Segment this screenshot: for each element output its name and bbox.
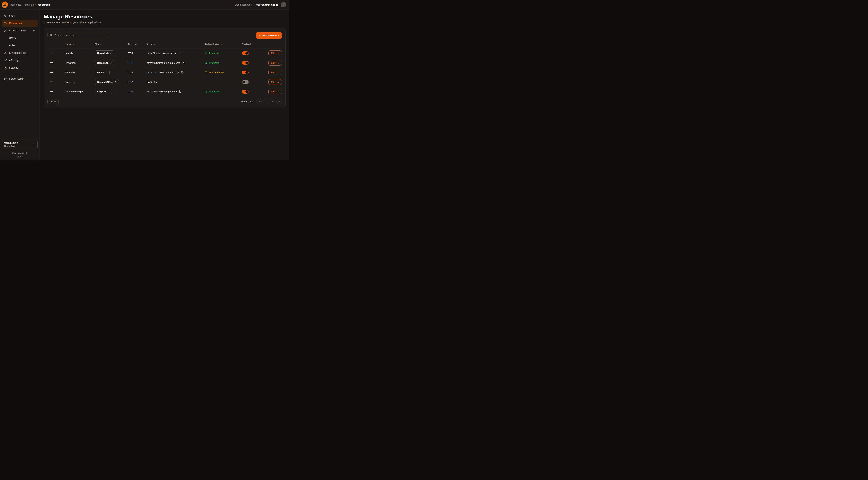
column-header-authentication[interactable]: Authentication ↑↓	[205, 43, 242, 46]
users-icon	[4, 29, 7, 32]
sidebar-item-resources[interactable]: Resources	[2, 20, 38, 27]
breadcrumb-separator: ›	[23, 3, 23, 6]
sidebar-footer: Organization Home Lab Open Source v1.3.0	[2, 140, 38, 158]
resource-name: Battery Manager	[65, 90, 95, 93]
row-menu-button[interactable]: ⋯	[50, 80, 53, 84]
previous-page-button[interactable]: ‹	[263, 99, 268, 104]
row-menu-button[interactable]: ⋯	[50, 61, 53, 64]
sidebar-item-sites[interactable]: Sites	[2, 12, 38, 19]
user-email: joe@example.com	[255, 3, 278, 6]
sidebar-item-roles[interactable]: Roles	[2, 42, 38, 49]
organization-label: Organization	[4, 142, 18, 144]
sort-icon: ↑↓	[221, 43, 223, 46]
shield-check-icon	[205, 52, 208, 55]
site-link-button[interactable]: Edge 01 ↗	[95, 89, 112, 94]
enabled-toggle[interactable]	[242, 70, 249, 74]
open-source-link[interactable]: Open Source	[2, 152, 38, 154]
organization-value: Home Lab	[4, 145, 18, 147]
pagination: Page 1 of 1 « ‹ › »	[241, 99, 282, 104]
arrow-right-icon: →	[277, 62, 279, 64]
copy-icon[interactable]	[154, 81, 157, 84]
page-size-select[interactable]: 20	[48, 99, 59, 104]
copy-icon[interactable]	[179, 52, 182, 55]
breadcrumb-org[interactable]: home-lab	[10, 3, 21, 6]
column-header-site[interactable]: Site ↑↓	[95, 43, 128, 46]
resource-access: https://immich.example.com	[147, 52, 177, 55]
resource-name: Postgres	[65, 81, 95, 84]
enabled-toggle[interactable]	[242, 61, 249, 65]
chevron-down-icon	[54, 101, 56, 102]
arrow-up-right-icon: ↗	[110, 52, 112, 55]
sidebar-item-label: Resources	[9, 22, 22, 25]
sort-icon: ↑↓	[72, 43, 74, 46]
last-page-button[interactable]: »	[277, 99, 282, 104]
breadcrumb-settings[interactable]: settings	[25, 3, 34, 6]
sidebar-item-label: Access Control	[9, 29, 26, 32]
documentation-link[interactable]: Documentation	[235, 3, 252, 6]
organization-selector[interactable]: Organization Home Lab	[2, 140, 38, 149]
row-menu-button[interactable]: ⋯	[50, 70, 53, 74]
resource-access: 5432	[147, 81, 152, 84]
first-page-button[interactable]: «	[256, 99, 262, 104]
chevron-right-icon	[33, 37, 35, 39]
version-label: v1.3.0	[2, 156, 38, 158]
enabled-toggle[interactable]	[242, 90, 249, 94]
main-content: Manage Resources Create secure proxies t…	[40, 9, 289, 160]
breadcrumb: home-lab › settings › resources	[10, 3, 50, 6]
sidebar-item-label: Users	[9, 36, 16, 39]
edit-button[interactable]: Edit →	[268, 51, 282, 56]
sidebar-item-server-admin[interactable]: Server Admin	[2, 75, 38, 82]
resources-icon	[4, 22, 7, 25]
search-box	[48, 32, 108, 38]
page-subtitle: Create secure proxies to your private ap…	[43, 21, 289, 24]
sidebar-item-users[interactable]: Users	[2, 34, 38, 41]
column-header-name[interactable]: Name ↑↓	[65, 43, 95, 46]
resource-access: https://battery.example.com	[147, 90, 177, 93]
top-bar: home-lab › settings › resources Document…	[0, 0, 289, 9]
sidebar: Sites Resources Access Control Users Rol…	[0, 9, 40, 160]
sidebar-item-access-control[interactable]: Access Control	[2, 27, 38, 34]
page-title: Manage Resources	[43, 13, 289, 20]
arrow-right-icon: →	[277, 90, 279, 93]
copy-icon[interactable]	[179, 90, 181, 93]
column-header-protocol: Protocol	[128, 43, 147, 46]
edit-button[interactable]: Edit →	[268, 79, 282, 85]
shield-off-icon	[205, 71, 208, 74]
authentication-status: Protected	[205, 90, 242, 93]
edit-button[interactable]: Edit →	[268, 60, 282, 65]
user-avatar[interactable]: J	[281, 2, 286, 7]
pangolin-logo-icon[interactable]	[1, 1, 8, 8]
sidebar-item-api-keys[interactable]: API Keys	[2, 57, 38, 64]
copy-icon[interactable]	[182, 62, 185, 64]
enabled-toggle[interactable]	[242, 51, 249, 55]
site-link-button[interactable]: Second Office ↗	[95, 79, 119, 85]
next-page-button[interactable]: ›	[270, 99, 275, 104]
edit-button[interactable]: Edit →	[268, 70, 282, 75]
search-input[interactable]	[54, 34, 106, 37]
enabled-toggle[interactable]	[242, 80, 249, 84]
arrow-right-icon: →	[277, 81, 279, 84]
copy-icon[interactable]	[181, 71, 184, 74]
site-link-button[interactable]: Home Lab ↗	[95, 60, 114, 66]
sidebar-item-label: Sites	[9, 14, 14, 17]
row-menu-button[interactable]: ⋯	[50, 51, 53, 55]
page-indicator: Page 1 of 1	[241, 100, 253, 103]
edit-button[interactable]: Edit →	[268, 89, 282, 94]
sidebar-item-shareable-links[interactable]: Shareable Links	[2, 49, 38, 57]
resource-name: Bitwarden	[65, 62, 95, 64]
arrow-up-right-icon: ↗	[108, 90, 110, 93]
site-link-button[interactable]: Office ↗	[95, 70, 110, 75]
site-link-button[interactable]: Home Lab ↗	[95, 51, 114, 56]
sidebar-item-settings[interactable]: Settings	[2, 64, 38, 71]
table-header-row: Name ↑↓ Site ↑↓ Protocol Access Authenti	[48, 40, 282, 49]
table-row: ⋯ Battery Manager Edge 01 ↗ TCP https://…	[48, 87, 282, 96]
chevron-down-icon	[33, 29, 35, 32]
authentication-status: Protected	[205, 61, 242, 64]
arrow-right-icon: →	[277, 71, 279, 74]
add-resource-button[interactable]: + Add Resource	[256, 32, 282, 39]
resource-protocol: TCP	[128, 71, 147, 74]
arrow-up-right-icon: ↗	[114, 81, 116, 83]
row-menu-button[interactable]: ⋯	[50, 90, 53, 93]
sidebar-item-label: Server Admin	[9, 77, 24, 80]
sites-icon	[4, 14, 7, 18]
